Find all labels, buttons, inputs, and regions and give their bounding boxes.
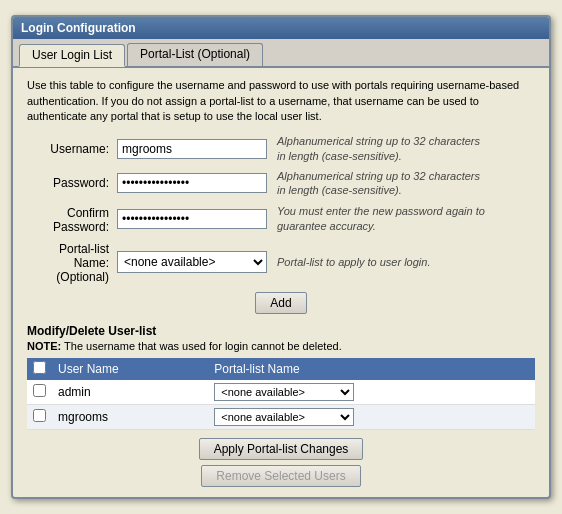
password-label: Password: [27, 176, 117, 190]
username-hint: Alphanumerical string up to 32 character… [277, 134, 487, 163]
password-input[interactable] [117, 173, 267, 193]
user-admin-checkbox[interactable] [33, 384, 46, 397]
username-input[interactable] [117, 139, 267, 159]
note-content: The username that was used for login can… [64, 340, 342, 352]
confirm-password-input[interactable] [117, 209, 267, 229]
portal-list-label: Portal-list Name: (Optional) [27, 240, 117, 284]
table-cell-checkbox-mgrooms [27, 404, 52, 429]
table-row: mgrooms <none available> [27, 404, 535, 429]
select-all-checkbox[interactable] [33, 361, 46, 374]
password-row: Password: Alphanumerical string up to 32… [27, 169, 535, 198]
portal-list-select[interactable]: <none available> [117, 251, 267, 273]
remove-users-button[interactable]: Remove Selected Users [201, 465, 360, 487]
portal-list-row: Portal-list Name: (Optional) <none avail… [27, 240, 535, 284]
table-cell-username-mgrooms: mgrooms [52, 404, 208, 429]
portal-hint: Portal-list to apply to user login. [277, 255, 430, 269]
table-cell-portal-admin: <none available> [208, 380, 535, 405]
table-header-row: User Name Portal-list Name [27, 358, 535, 380]
note-label: NOTE: [27, 340, 61, 352]
table-cell-username-admin: admin [52, 380, 208, 405]
action-buttons: Apply Portal-list Changes Remove Selecte… [27, 438, 535, 487]
table-row: admin <none available> [27, 380, 535, 405]
user-table: User Name Portal-list Name admin <none a… [27, 358, 535, 430]
add-button-row: Add [27, 292, 535, 314]
table-header-portal: Portal-list Name [208, 358, 535, 380]
tab-bar: User Login List Portal-List (Optional) [13, 39, 549, 68]
confirm-password-row: Confirm Password: You must enter the new… [27, 204, 535, 234]
admin-portal-select[interactable]: <none available> [214, 383, 354, 401]
note-text-row: NOTE: The username that was used for log… [27, 340, 535, 352]
modify-section-title: Modify/Delete User-list [27, 324, 535, 338]
window-titlebar: Login Configuration [13, 17, 549, 39]
tab-user-login-list[interactable]: User Login List [19, 44, 125, 67]
user-mgrooms-checkbox[interactable] [33, 409, 46, 422]
add-button[interactable]: Add [255, 292, 306, 314]
confirm-password-label: Confirm Password: [27, 204, 117, 234]
mgrooms-portal-select[interactable]: <none available> [214, 408, 354, 426]
form-section: Username: Alphanumerical string up to 32… [27, 134, 535, 283]
tab-portal-list[interactable]: Portal-List (Optional) [127, 43, 263, 66]
apply-portal-button[interactable]: Apply Portal-list Changes [199, 438, 364, 460]
table-cell-checkbox-admin [27, 380, 52, 405]
table-cell-portal-mgrooms: <none available> [208, 404, 535, 429]
username-label: Username: [27, 142, 117, 156]
table-header-checkbox-col [27, 358, 52, 380]
description-text: Use this table to configure the username… [27, 78, 535, 124]
password-hint: Alphanumerical string up to 32 character… [277, 169, 487, 198]
username-row: Username: Alphanumerical string up to 32… [27, 134, 535, 163]
login-config-window: Login Configuration User Login List Port… [11, 15, 551, 498]
main-content: Use this table to configure the username… [13, 68, 549, 496]
table-header-username: User Name [52, 358, 208, 380]
confirm-hint: You must enter the new password again to… [277, 204, 487, 233]
window-title: Login Configuration [21, 21, 136, 35]
